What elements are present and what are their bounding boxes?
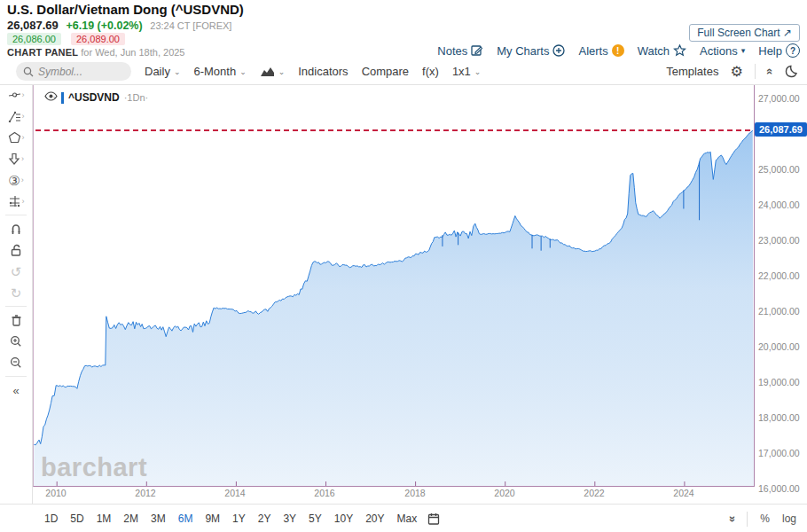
range-footer: 1D5D1M2M3M6M9M1Y2Y3Y5Y10Y20YMax « % log — [0, 504, 807, 532]
collapse-down-icon[interactable]: « — [725, 515, 738, 521]
range-button-2m[interactable]: 2M — [118, 510, 144, 528]
indicators-button[interactable]: Indicators — [298, 65, 348, 78]
calendar-button[interactable] — [427, 512, 440, 525]
trendline-tool-button[interactable]: › — [0, 106, 32, 127]
settings-gear-icon[interactable]: ⚙ — [730, 65, 742, 79]
caret-down-icon: ▾ — [741, 46, 746, 55]
range-button-1d[interactable]: 1D — [39, 510, 63, 528]
zoom-out-button[interactable] — [0, 352, 32, 373]
cursor-line-icon — [8, 90, 21, 100]
zoom-in-button[interactable] — [0, 331, 32, 352]
divider — [5, 306, 27, 307]
collapse-up-icon[interactable]: « — [764, 68, 777, 74]
magnet-icon — [10, 223, 22, 235]
grid-layout-dropdown[interactable]: 1x1⌄ — [452, 65, 482, 78]
chart-type-dropdown[interactable]: ⌄ — [260, 66, 286, 77]
range-button-max[interactable]: Max — [392, 510, 423, 528]
page-title: U.S. Dollar/Vietnam Dong (^USDVND) — [7, 2, 244, 17]
dark-mode-moon-icon[interactable] — [785, 65, 798, 78]
cursor-tool-button[interactable]: › — [0, 84, 32, 106]
range-button-20y[interactable]: 20Y — [360, 510, 389, 528]
y-axis-label: 24,000.00 — [758, 200, 800, 210]
magnet-tool-button[interactable] — [0, 218, 32, 239]
range-button-9m[interactable]: 9M — [200, 510, 225, 528]
trendline-list-icon — [8, 111, 21, 122]
log-scale-button[interactable]: log — [782, 512, 796, 525]
actions-menu[interactable]: Actions ▾ — [700, 44, 745, 58]
y-axis-label: 17,000.00 — [758, 448, 800, 458]
range-button-1m[interactable]: 1M — [91, 510, 117, 528]
divider — [755, 64, 756, 79]
fibonacci-tool-button[interactable]: › — [0, 191, 32, 212]
range-button-5y[interactable]: 5Y — [303, 510, 327, 528]
undo-icon: ↺ — [11, 265, 22, 278]
symbol-search-input[interactable]: Symbol... — [16, 62, 131, 81]
shapes-tool-button[interactable]: › — [0, 127, 32, 148]
lock-tool-button[interactable] — [0, 239, 32, 261]
delete-drawings-button[interactable] — [0, 309, 32, 331]
eye-icon[interactable] — [44, 91, 58, 101]
x-axis-label: 2018 — [397, 488, 433, 498]
calendar-icon — [427, 512, 440, 525]
expand-arrow-icon: ↗ — [783, 27, 792, 39]
divider — [747, 512, 748, 527]
chart-toolbar: Symbol... Daily⌄ 6-Month⌄ ⌄ Indicators C… — [0, 59, 807, 85]
y-axis-label: 21,000.00 — [758, 306, 800, 317]
symbol-placeholder: Symbol... — [38, 66, 82, 78]
x-axis-label: 2012 — [128, 488, 163, 498]
search-icon — [23, 66, 34, 77]
range-button-3y[interactable]: 3Y — [278, 510, 302, 528]
question-circle-icon: ? — [786, 43, 800, 58]
footer-right: « % log — [728, 512, 796, 527]
templates-button[interactable]: Templates — [666, 65, 718, 78]
panel-label: CHART PANEL — [7, 47, 78, 58]
watch-link[interactable]: Watch — [638, 44, 686, 58]
full-screen-chart-button[interactable]: Full Screen Chart ↗ — [689, 24, 800, 42]
bid-ask-row: 26,086.00 26,089.00 — [7, 33, 125, 45]
arrow-tool-button[interactable]: › — [0, 148, 32, 169]
notes-link[interactable]: Notes — [437, 44, 483, 58]
my-charts-link[interactable]: My Charts — [497, 44, 565, 58]
zoom-out-icon — [10, 356, 22, 369]
panel-caption: CHART PANEL for Wed, Jun 18th, 2025 — [7, 47, 185, 58]
range-button-2y[interactable]: 2Y — [253, 510, 277, 528]
area-chart-icon — [260, 66, 275, 77]
x-axis-label: 2016 — [307, 488, 342, 498]
price-chart[interactable]: ··· ^USDVND ·1Dn· barchart — [33, 85, 755, 487]
price-change: +6.19 (+0.02%) — [66, 20, 142, 32]
undo-button[interactable]: ↺ — [0, 261, 32, 282]
alerts-link[interactable]: Alerts ! — [578, 44, 623, 58]
percent-scale-button[interactable]: % — [760, 512, 770, 525]
y-axis-label: 23,000.00 — [758, 235, 800, 246]
annotation-tool-button[interactable]: ③› — [0, 169, 32, 191]
range-button-5d[interactable]: 5D — [65, 510, 89, 528]
plus-circle-icon — [552, 44, 565, 57]
redo-button[interactable]: ↻ — [0, 282, 32, 303]
range-dropdown[interactable]: 6-Month⌄ — [193, 65, 246, 78]
frequency-dropdown[interactable]: Daily⌄ — [145, 65, 180, 78]
range-button-10y[interactable]: 10Y — [329, 510, 358, 528]
fx-button[interactable]: f(x) — [422, 65, 439, 78]
chevron-down-icon: ⌄ — [239, 67, 247, 76]
panel-date: for Wed, Jun 18th, 2025 — [81, 47, 184, 58]
chart-legend: ··· ^USDVND ·1Dn· — [44, 91, 148, 104]
x-axis-label: 2020 — [487, 488, 522, 498]
range-button-1y[interactable]: 1Y — [227, 510, 251, 528]
y-axis-label: 27,000.00 — [758, 93, 800, 104]
series-color-swatch — [61, 92, 64, 104]
chevron-down-icon: ⌄ — [474, 67, 482, 76]
help-link[interactable]: Help ? — [758, 43, 800, 58]
compare-button[interactable]: Compare — [362, 65, 409, 78]
fibonacci-grid-icon — [8, 195, 21, 207]
ask-price: 26,089.00 — [71, 33, 125, 45]
x-axis-label: 2010 — [38, 488, 74, 498]
chevron-down-icon: ⌄ — [174, 67, 181, 76]
y-axis-label: 22,000.00 — [758, 270, 800, 281]
range-button-6m[interactable]: 6M — [173, 510, 199, 528]
x-axis-label: 2022 — [576, 488, 612, 498]
y-axis-label: 25,000.00 — [758, 164, 800, 175]
collapse-sidebar-button[interactable]: « — [0, 379, 32, 401]
range-button-3m[interactable]: 3M — [145, 510, 171, 528]
alert-badge-icon: ! — [612, 44, 624, 57]
unlock-icon — [10, 244, 22, 256]
